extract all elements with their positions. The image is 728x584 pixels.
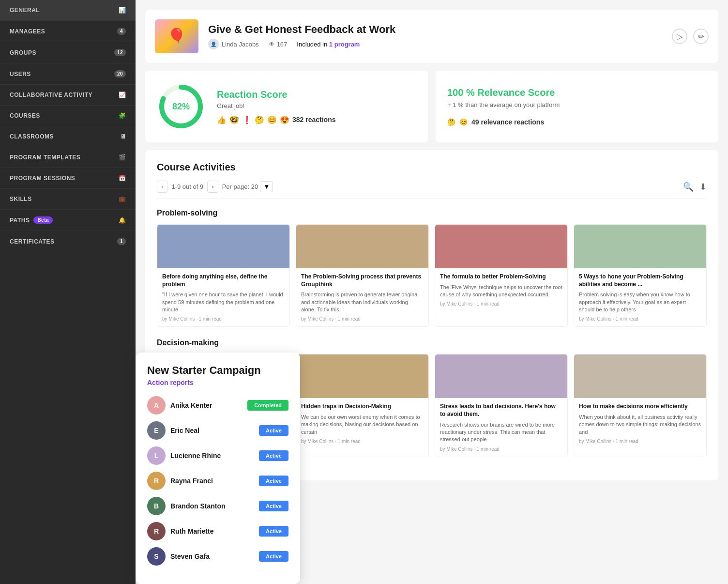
user-avatar: S [147,547,166,566]
card-title: How to make decisions more efficiently [579,403,701,411]
user-row[interactable]: LLucienne RhineActive [147,446,288,465]
prev-page-button[interactable]: ‹ [157,181,167,193]
relevance-title: 100 % Relevance Score [447,87,707,98]
managees-label: MANAGEES [10,28,45,35]
course-views: 👁 167 [269,41,288,48]
collaborative-activity-label: COLLABORATIVE ACTIVITY [10,92,92,98]
card-body: How to make decisions more efficientlyWh… [574,398,706,449]
play-button[interactable]: ▷ [672,29,687,44]
bar-chart-icon: 📊 [119,7,126,14]
card-body: Hidden traps in Decision-MakingWe can be… [296,398,428,449]
activity-card[interactable]: The formula to better Problem-SolvingThe… [435,224,568,327]
sidebar-item-managees[interactable]: MANAGEES 4 [0,21,136,42]
user-row[interactable]: BBrandon StantonActive [147,497,288,515]
user-name: Eric Neal [170,427,199,434]
user-name: Anika Kenter [170,401,212,409]
download-button[interactable]: ⬇ [699,182,707,192]
card-description: When you think about it, all business ac… [579,414,701,436]
program-link[interactable]: 1 program [329,41,360,48]
sidebar-item-skills[interactable]: SKILLS 💼 [0,189,136,210]
sidebar-item-paths[interactable]: PATHS Beta 🔔 [0,210,136,231]
user-row[interactable]: SSteven GafaActive [147,547,288,566]
relevance-subtitle: + 1 % than the average on your platform [447,101,707,108]
sidebar-item-certificates[interactable]: CERTIFICATES 1 [0,231,136,252]
user-avatar: A [147,396,166,415]
user-row[interactable]: RRayna FranciActive [147,472,288,490]
cards-grid: Before doing anything else, define the p… [157,224,707,327]
next-page-button[interactable]: › [207,181,218,193]
program-templates-label: PROGRAM TEMPLATES [10,154,80,161]
classrooms-label: CLASSROOMS [10,133,54,140]
emoji-thumbsup: 👍 [217,115,227,124]
user-row[interactable]: AAnika KenterCompleted [147,396,288,415]
card-author: by Mike Collins · 1 min read [440,301,562,307]
reaction-count: 382 reactions [292,116,336,123]
user-avatar: R [147,522,166,540]
per-page-dropdown[interactable]: ▼ [260,181,273,192]
sidebar-item-users[interactable]: USERS 20 [0,63,136,85]
card-body: Before doing anything else, define the p… [157,268,289,326]
views-count: 167 [277,41,288,48]
sidebar-item-general[interactable]: GENERAL 📊 [0,0,136,21]
sidebar-item-program-templates[interactable]: PROGRAM TEMPLATES 🎬 [0,147,136,168]
certificates-badge: 1 [117,238,126,245]
activity-card[interactable]: 5 Ways to hone your Problem-Solving abil… [574,224,707,327]
card-body: Stress leads to bad decisions. Here's ho… [435,398,567,456]
card-image [296,225,428,268]
search-button[interactable]: 🔍 [683,182,694,192]
emoji-thinking: 🤔 [255,115,264,124]
activities-title: Course Activities [157,162,707,173]
user-avatar: B [147,497,166,515]
sidebar-item-groups[interactable]: GROUPS 12 [0,42,136,63]
card-title: The Problem-Solving process that prevent… [301,273,424,288]
author-name: Linda Jacobs [222,41,259,48]
toolbar-actions: 🔍 ⬇ [683,182,707,192]
per-page-selector[interactable]: Per page: 20 ▼ [222,181,273,192]
card-description: The 'Five Whys' technique helps to uncov… [440,284,562,299]
user-row[interactable]: EEric NealActive [147,421,288,440]
certificates-label: CERTIFICATES [10,238,54,245]
stats-row: 82% Reaction Score Great job! 👍 🤓 ❗ 🤔 😊 … [145,71,718,142]
user-info: EEric Neal [147,421,199,440]
skills-icon: 💼 [119,196,126,202]
activity-card[interactable]: Stress leads to bad decisions. Here's ho… [435,354,568,457]
calendar-icon: 📅 [119,175,126,182]
card-image [435,225,567,268]
card-author: by Mike Collins · 1 min read [301,316,424,322]
user-info: AAnika Kenter [147,396,212,415]
user-name: Lucienne Rhine [170,452,221,460]
user-avatar: E [147,421,166,440]
status-badge: Active [259,476,288,486]
user-info: SSteven Gafa [147,547,210,566]
panel-subtitle: Action reports [147,379,288,386]
card-image [574,354,706,398]
emoji-smile: 😊 [267,115,277,124]
main-content: 🎈 Give & Get Honest Feedback at Work 👤 L… [136,0,728,584]
card-title: Stress leads to bad decisions. Here's ho… [440,403,562,418]
course-header-card: 🎈 Give & Get Honest Feedback at Work 👤 L… [145,10,718,63]
sidebar-item-program-sessions[interactable]: PROGRAM SESSIONS 📅 [0,168,136,189]
card-body: The formula to better Problem-SolvingThe… [435,268,567,311]
status-badge: Completed [247,400,288,411]
course-title: Give & Get Honest Feedback at Work [208,23,662,36]
activity-card[interactable]: Before doing anything else, define the p… [157,224,290,327]
user-row[interactable]: RRuth MarietteActive [147,522,288,540]
sidebar-item-collaborative-activity[interactable]: COLLABORATIVE ACTIVITY 📈 [0,85,136,106]
reaction-subtitle: Great job! [217,102,416,109]
edit-button[interactable]: ✏ [693,29,709,44]
included-text: Included in [297,41,327,48]
activity-card[interactable]: Hidden traps in Decision-MakingWe can be… [296,354,429,457]
courses-label: COURSES [10,112,40,119]
sidebar-item-classrooms[interactable]: CLASSROOMS 🖥 [0,126,136,147]
sidebar-item-courses[interactable]: COURSES 🧩 [0,106,136,126]
general-label: GENERAL [10,7,40,14]
card-body: The Problem-Solving process that prevent… [296,268,428,326]
donut-percent: 82% [172,102,190,112]
managees-badge: 4 [117,28,126,35]
activity-card[interactable]: How to make decisions more efficientlyWh… [574,354,707,457]
activity-card[interactable]: The Problem-Solving process that prevent… [296,224,429,327]
pagination: ‹ 1-9 out of 9 › Per page: 20 ▼ [157,181,273,193]
user-name: Rayna Franci [170,477,213,485]
relevance-count: 49 relevance reactions [471,118,544,126]
status-badge: Active [259,526,288,537]
